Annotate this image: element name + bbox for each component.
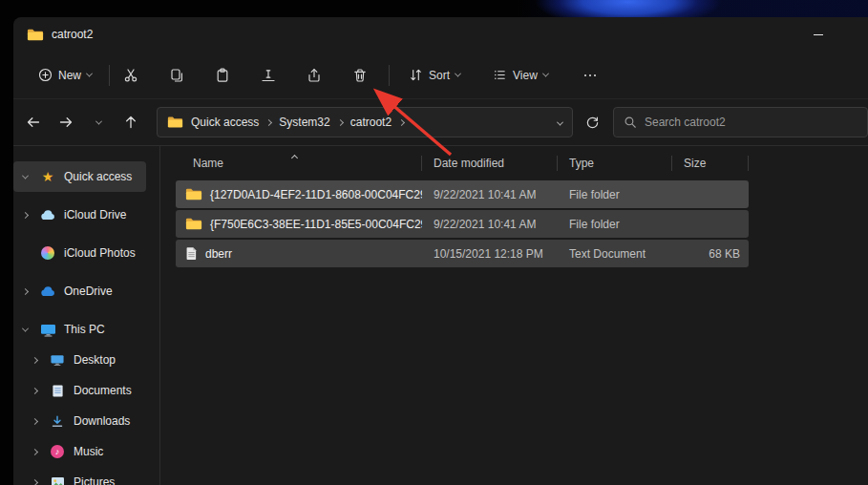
- icloud-drive-icon: [38, 206, 57, 223]
- sidebar-item-label: Music: [74, 445, 103, 458]
- new-button[interactable]: New: [29, 60, 101, 91]
- breadcrumb-item-quick-access[interactable]: Quick access: [191, 116, 259, 129]
- address-dropdown-button[interactable]: [558, 116, 562, 129]
- file-name: {127D0A1D-4EF2-11D1-8608-00C04FC295...: [210, 188, 422, 201]
- forward-button[interactable]: [52, 107, 80, 137]
- forward-arrow-icon: [58, 115, 74, 130]
- up-arrow-icon: [123, 115, 138, 130]
- view-button[interactable]: View: [483, 60, 558, 91]
- documents-icon: [48, 382, 67, 399]
- table-row[interactable]: {F750E6C3-38EE-11D1-85E5-00C04FC295... 9…: [176, 210, 749, 238]
- view-icon: [493, 68, 507, 82]
- search-box: [613, 107, 868, 137]
- chevron-right-icon: [265, 118, 272, 125]
- refresh-icon: [585, 116, 600, 130]
- sidebar-item-label: iCloud Drive: [64, 208, 126, 221]
- toolbar-separator: [109, 65, 110, 86]
- sidebar-item-onedrive[interactable]: OneDrive: [13, 276, 146, 306]
- column-header-date-modified[interactable]: Date modified: [422, 146, 558, 180]
- copy-icon: [169, 68, 184, 83]
- sidebar-item-desktop[interactable]: Desktop: [13, 345, 146, 375]
- sidebar-item-pictures[interactable]: Pictures: [13, 467, 146, 485]
- copy-button[interactable]: [159, 59, 194, 92]
- onedrive-icon: [38, 283, 57, 300]
- paste-icon: [215, 68, 230, 83]
- icloud-photos-icon: [38, 244, 57, 262]
- file-pane: Name Date modified Type Size {127D0A1D: [160, 146, 868, 485]
- chevron-right-icon: [398, 118, 405, 125]
- chevron-right-icon[interactable]: [23, 213, 38, 218]
- sidebar-item-this-pc[interactable]: This PC: [13, 314, 146, 345]
- back-button[interactable]: [19, 107, 48, 137]
- chevron-down-icon: [557, 119, 563, 126]
- sort-button[interactable]: Sort: [399, 60, 470, 91]
- folder-icon: [185, 187, 202, 201]
- table-row[interactable]: dberr 10/15/2021 12:18 PM Text Document …: [176, 240, 749, 267]
- breadcrumb-item-system32[interactable]: System32: [279, 116, 329, 129]
- more-button[interactable]: [575, 60, 605, 91]
- chevron-down-icon[interactable]: [23, 327, 38, 332]
- sidebar: ★ Quick access iCloud Drive iCloud Pho: [13, 146, 160, 485]
- sidebar-item-quick-access[interactable]: ★ Quick access: [13, 161, 146, 192]
- rename-button[interactable]: [251, 59, 286, 92]
- column-header-type[interactable]: Type: [558, 146, 672, 180]
- minimize-button[interactable]: [797, 17, 839, 52]
- chevron-right-icon[interactable]: [32, 358, 48, 363]
- pictures-icon: [48, 474, 67, 485]
- search-input[interactable]: [645, 116, 857, 129]
- chevron-right-icon[interactable]: [23, 289, 38, 294]
- cut-button[interactable]: [114, 59, 148, 92]
- chevron-right-icon[interactable]: [32, 480, 48, 485]
- chevron-right-icon[interactable]: [32, 389, 48, 393]
- sidebar-item-downloads[interactable]: Downloads: [13, 406, 146, 436]
- chevron-down-icon: [95, 117, 101, 124]
- sidebar-item-label: OneDrive: [64, 285, 113, 298]
- table-row[interactable]: {127D0A1D-4EF2-11D1-8608-00C04FC295... 9…: [176, 180, 749, 208]
- chevron-down-icon: [542, 71, 549, 77]
- new-button-label: New: [58, 69, 81, 82]
- sidebar-item-label: iCloud Photos: [64, 246, 136, 260]
- sidebar-item-icloud-photos[interactable]: iCloud Photos: [13, 238, 146, 268]
- column-header-name[interactable]: Name: [176, 146, 422, 180]
- more-dots-icon: [582, 68, 598, 83]
- chevron-down-icon: [455, 71, 461, 77]
- sidebar-item-music[interactable]: ♪ Music: [13, 436, 146, 467]
- file-type: Text Document: [558, 247, 672, 261]
- file-name: {F750E6C3-38EE-11D1-85E5-00C04FC295...: [210, 218, 422, 231]
- sidebar-item-documents[interactable]: Documents: [13, 375, 146, 406]
- file-name: dberr: [205, 247, 232, 261]
- chevron-right-icon: [337, 118, 344, 125]
- sidebar-item-icloud-drive[interactable]: iCloud Drive: [13, 200, 146, 230]
- sidebar-item-label: Quick access: [64, 170, 132, 183]
- plus-circle-icon: [38, 68, 53, 82]
- delete-button[interactable]: [343, 59, 377, 92]
- share-button[interactable]: [297, 59, 331, 92]
- column-header-size[interactable]: Size: [672, 146, 749, 180]
- back-arrow-icon: [26, 115, 41, 130]
- breadcrumb-item-catroot2[interactable]: catroot2: [350, 116, 392, 129]
- sidebar-item-label: Documents: [74, 384, 132, 397]
- file-date-modified: 9/22/2021 10:41 AM: [422, 188, 558, 201]
- chevron-right-icon[interactable]: [32, 419, 48, 424]
- chevron-down-icon[interactable]: [23, 175, 38, 179]
- folder-icon: [185, 217, 202, 231]
- sidebar-item-label: Desktop: [74, 353, 116, 367]
- sidebar-item-label: This PC: [64, 323, 105, 336]
- trash-icon: [352, 68, 368, 83]
- file-date-modified: 9/22/2021 10:41 AM: [422, 218, 558, 231]
- chevron-right-icon[interactable]: [32, 450, 48, 454]
- chevron-down-icon: [86, 71, 93, 77]
- toolbar: New: [13, 52, 868, 99]
- address-bar[interactable]: Quick access System32 catroot2: [157, 107, 573, 137]
- refresh-button[interactable]: [579, 108, 605, 137]
- file-type: File folder: [558, 218, 672, 231]
- view-button-label: View: [513, 69, 538, 82]
- content-area: ★ Quick access iCloud Drive iCloud Pho: [13, 145, 868, 485]
- sort-icon: [409, 68, 423, 82]
- paste-button[interactable]: [205, 59, 240, 92]
- text-file-icon: [185, 246, 198, 261]
- scissors-icon: [123, 68, 138, 83]
- explorer-window: catroot2 New: [13, 17, 868, 485]
- up-button[interactable]: [116, 107, 145, 137]
- recent-locations-button[interactable]: [84, 107, 113, 137]
